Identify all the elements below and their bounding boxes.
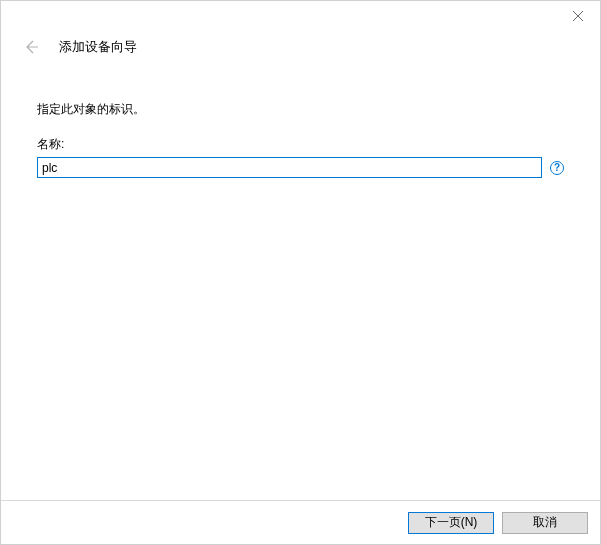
wizard-footer: 下一页(N) 取消 bbox=[1, 500, 600, 544]
instruction-text: 指定此对象的标识。 bbox=[37, 101, 564, 118]
wizard-content: 指定此对象的标识。 名称: ? bbox=[37, 101, 564, 178]
name-label: 名称: bbox=[37, 136, 564, 153]
next-button[interactable]: 下一页(N) bbox=[408, 512, 494, 534]
back-button[interactable] bbox=[21, 37, 41, 57]
wizard-header: 添加设备向导 bbox=[1, 37, 600, 57]
cancel-button[interactable]: 取消 bbox=[502, 512, 588, 534]
help-icon[interactable]: ? bbox=[550, 161, 564, 175]
name-input[interactable] bbox=[37, 157, 542, 178]
close-button[interactable] bbox=[555, 1, 600, 31]
titlebar bbox=[555, 1, 600, 31]
close-icon bbox=[573, 11, 583, 21]
wizard-title: 添加设备向导 bbox=[59, 38, 137, 56]
name-input-row: ? bbox=[37, 157, 564, 178]
arrow-left-icon bbox=[23, 39, 39, 55]
